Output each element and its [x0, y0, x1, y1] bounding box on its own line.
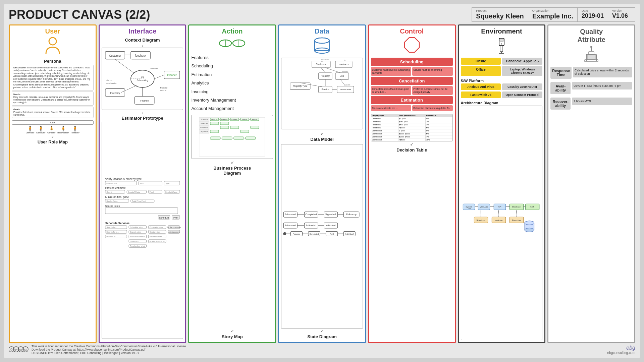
dt-row-2: Residential $150-$499 1% — [371, 120, 452, 123]
bpd-sketch: Schedule Scheduled Completed Signed off … — [191, 115, 273, 159]
svg-rect-115 — [210, 137, 220, 139]
svg-text:feedback: feedback — [135, 54, 146, 57]
svg-text:SQ: SQ — [141, 76, 145, 78]
user-header: User — [12, 27, 94, 35]
header-meta: Product Squeeky Kleen Organization Examp… — [472, 7, 635, 22]
svg-text:Finance: Finance — [140, 100, 149, 102]
svg-text:Completed: Completed — [310, 233, 319, 235]
user-column: User Persona Description In constant com… — [9, 24, 97, 343]
persona-label: Persona — [12, 59, 94, 64]
story-map-arrow: ↙ — [191, 329, 273, 333]
svg-text:Special Notes: Special Notes — [105, 205, 120, 207]
svg-text:with: with — [321, 60, 324, 62]
data-icon — [281, 37, 363, 56]
svg-text:Smoke/Waste: Smoke/Waste — [165, 191, 177, 193]
footer: © BY NC SA This work is licensed under t… — [9, 343, 635, 355]
estimator-icon: 🧍 — [27, 126, 33, 131]
action-column: Action Features Scheduling Estimation An… — [188, 24, 276, 343]
svg-text:available: available — [344, 84, 351, 86]
product-label: Product — [476, 9, 524, 12]
interface-column: Interface Context Diagram ↓ Customer fee… — [99, 24, 186, 343]
laptop-card: Laptop: Windows Chrome 64.032+ — [502, 66, 542, 76]
user-icon — [12, 37, 94, 57]
org-label: Organization — [532, 9, 573, 12]
context-diagram: Customer feedback SQ Scheduling Cleaner … — [102, 48, 183, 110]
svg-rect-112 — [220, 126, 229, 129]
action-account: Account Management — [191, 104, 273, 113]
arch-label: Architecture Diagram — [461, 101, 543, 105]
estimation-right: Determine discount using (table D) — [412, 105, 452, 111]
desc-text: In constant communication with customers… — [13, 66, 90, 88]
svg-line-147 — [325, 68, 340, 73]
cancellation-card: Cancellation — [371, 77, 453, 85]
svg-text:Focused: Focused — [293, 233, 300, 235]
handheld-card: Handheld: Apple IoS — [502, 58, 542, 65]
recovery-section: Recover-ability 2 hours MTR — [550, 98, 632, 111]
svg-text:Property Type: Property Type — [293, 85, 308, 87]
bpd-arrow: ↙ — [191, 160, 273, 165]
quality-header: QualityAttribute — [550, 27, 632, 44]
svg-text:Scheduled: Scheduled — [285, 213, 296, 216]
reminder-icon: 🧍 — [72, 126, 78, 131]
dt-row-6: Commercial $1000-$1999 5% — [371, 132, 452, 135]
svg-text:Search for: Search for — [211, 119, 218, 120]
svg-text:Schedule: Schedule — [159, 217, 169, 219]
svg-text:Individual: Individual — [326, 224, 336, 227]
data-model-arrow: ↙ — [281, 131, 363, 136]
columns-container: User Persona Description In constant com… — [9, 24, 635, 343]
role-canceler: 🧍 Canceler — [47, 126, 55, 134]
csr-box: CSR — [12, 120, 94, 125]
data-header: Data — [281, 27, 363, 35]
scheduling-row: Customer must have no outstanding paymen… — [371, 67, 453, 76]
quality-column: QualityAttribute ResponseTime Calculated… — [547, 24, 635, 343]
role-reminder: 🧍 Reminder — [71, 126, 79, 134]
estimator-prototype: Verify location & property type Postal C… — [102, 122, 183, 339]
svg-text:Prop: Prop — [140, 182, 144, 184]
dt-label: Decision Table — [371, 147, 453, 153]
svg-rect-186 — [500, 39, 503, 42]
svg-text:Provide estimate: Provide estimate — [105, 187, 126, 190]
svg-text:Complete a job: Complete a job — [150, 226, 163, 228]
dt-row-1: Residential $0-$149 0% — [371, 117, 452, 120]
footer-left: © BY NC SA This work is licensed under t… — [9, 345, 186, 355]
environment-column: Environment Onsite Handheld: Apple IoS O… — [458, 24, 546, 343]
svg-point-171 — [283, 232, 286, 235]
brand: ebg — [607, 345, 635, 351]
switch-label: Fast Switch 73 — [463, 93, 499, 97]
state-label: State Diagram — [281, 334, 363, 339]
data-model-sketch: Customer associated with contracts for P… — [281, 58, 363, 129]
svg-rect-108 — [210, 122, 219, 125]
svg-text:Search for a...: Search for a... — [106, 231, 119, 233]
svg-line-150 — [340, 79, 345, 86]
protocol-card: Open Connect Protocol — [502, 92, 542, 98]
goals-box: Goals Provide efficient and personal ser… — [12, 107, 94, 118]
svg-rect-113 — [240, 130, 249, 133]
svg-point-0 — [49, 38, 56, 45]
estimation-left: Calculate estimate as: .... — [371, 105, 411, 111]
needs-label: Needs — [13, 93, 92, 96]
svg-text:Customer: Customer — [109, 54, 121, 57]
dt-row-7: Commercial $2000-$4999 7% — [371, 135, 452, 138]
svg-text:Estimated: Estimated — [306, 224, 316, 227]
description-box: Description In constant communication wi… — [12, 65, 94, 90]
response-time-label: ResponseTime — [550, 67, 572, 79]
website: ebgconsulting.com — [607, 351, 635, 355]
svg-text:Customer: Customer — [316, 63, 326, 65]
estimation-card: Estimation — [371, 96, 453, 104]
svg-text:Cleaner: Cleaner — [167, 74, 177, 77]
svg-text:Action up: Action up — [252, 119, 258, 120]
version-label: Version — [612, 9, 631, 12]
svg-text:Paid: Paid — [330, 233, 334, 235]
protocol-label: Open Connect Protocol — [504, 93, 540, 97]
svg-text:Sign off: Sign off — [243, 119, 247, 120]
arch-diagram: System CSR Web App API Database Auth — [461, 106, 543, 340]
svg-text:Final: Final — [150, 191, 154, 193]
control-header: Control — [371, 27, 453, 35]
svg-text:Provide or...: Provide or... — [106, 236, 117, 238]
dt-col2: Total paid services — [398, 114, 426, 117]
onsite-card: Onsite — [461, 58, 501, 65]
recovery-label: Recover-ability — [550, 98, 571, 110]
version-value: V1.06 — [612, 12, 631, 19]
estimator-label: Estimator Prototype — [102, 116, 183, 121]
laptop-label: Laptop: Windows Chrome 64.032+ — [504, 68, 540, 74]
